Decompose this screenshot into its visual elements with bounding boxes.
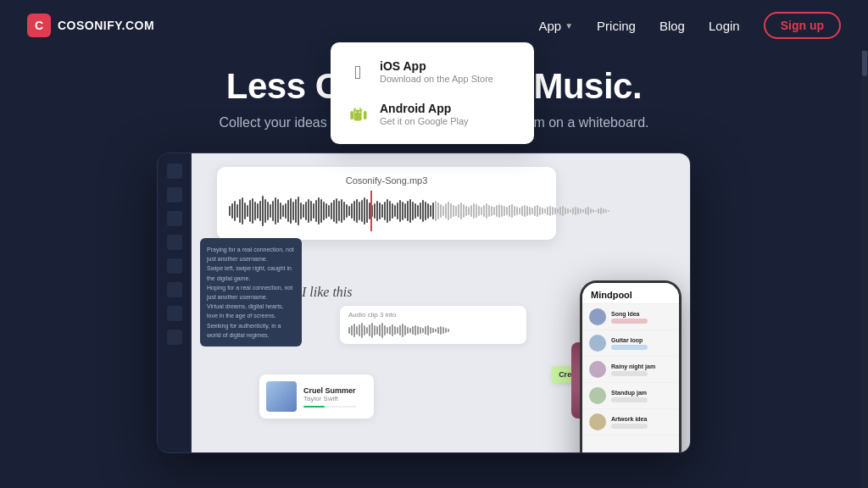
chevron-down-icon: ▼ (565, 21, 573, 30)
handwriting-text: I like this (302, 285, 353, 300)
avatar (589, 308, 606, 325)
blog-nav-item[interactable]: Blog (659, 19, 685, 33)
item-bar (611, 319, 648, 324)
ios-app-item[interactable]:  iOS App Download on the App Store (331, 51, 534, 93)
item-bar (611, 371, 648, 376)
avatar (589, 361, 606, 378)
list-item: Standup jam (582, 383, 679, 409)
logo[interactable]: C COSONIFY.COM (27, 14, 154, 37)
song-title: Cruel Summer (303, 386, 356, 395)
download-dropdown:  iOS App Download on the App Store Andr… (331, 42, 534, 144)
text-note-card: Praying for a real connection, not just … (200, 238, 302, 347)
phone-header: Mindpool (582, 283, 679, 304)
phone-mockup: Mindpool Song Idea Guitar loop (580, 280, 682, 452)
item-text: Artwork idea (611, 416, 672, 429)
music-progress-fill (303, 406, 325, 408)
text-icon (167, 187, 182, 202)
app-preview: Cosonify-Song.mp3 Praying for a real con… (157, 152, 691, 453)
phone-list: Song Idea Guitar loop (582, 304, 679, 452)
ios-text: iOS App Download on the App Store (380, 59, 493, 84)
item-text: Song Idea (611, 311, 672, 324)
app-nav-item[interactable]: App ▼ (538, 19, 573, 33)
item-name: Rainy night jam (611, 363, 672, 369)
list-item: Rainy night jam (582, 357, 679, 383)
ios-app-sub: Download on the App Store (380, 74, 493, 84)
logo-icon: C (27, 14, 51, 37)
music-progress-bar (303, 406, 356, 408)
android-icon (346, 103, 370, 127)
waveform-bars (229, 191, 544, 231)
text-note-content: Praying for a real connection, not just … (207, 245, 295, 340)
avatar (589, 335, 606, 352)
nav-links: App ▼ Pricing Blog Login Sign up (538, 12, 841, 39)
item-name: Guitar loop (611, 337, 672, 343)
shape-icon (167, 211, 182, 226)
android-app-sub: Get it on Google Play (380, 116, 469, 126)
phone-screen: Mindpool Song Idea Guitar loop (582, 283, 679, 452)
music-card: Cruel Summer Taylor Swift (259, 374, 374, 419)
item-bar (611, 424, 648, 429)
pricing-nav-item[interactable]: Pricing (597, 19, 636, 33)
item-bar (611, 397, 648, 402)
audio-clip-2: Audio clip 3 into (340, 306, 526, 344)
audio-clip-label: Audio clip 3 into (348, 311, 518, 319)
mini-waveform (348, 322, 518, 339)
album-art (266, 381, 297, 412)
music-info: Cruel Summer Taylor Swift (303, 386, 356, 408)
svg-point-1 (355, 111, 357, 113)
avatar (589, 413, 606, 430)
android-app-label: Android App (380, 102, 469, 115)
app-nav-label: App (538, 19, 561, 33)
signup-button[interactable]: Sign up (764, 12, 841, 39)
playhead (370, 191, 372, 231)
avatar (589, 387, 606, 404)
login-nav-item[interactable]: Login (709, 19, 740, 33)
item-text: Standup jam (611, 390, 672, 402)
android-app-item[interactable]: Android App Get it on Google Play (331, 93, 534, 136)
image-icon (167, 258, 182, 274)
list-item: Song Idea (582, 304, 679, 330)
zoom-icon (167, 306, 182, 321)
list-item: Artwork idea (582, 409, 679, 435)
phone-app-title: Mindpool (591, 290, 670, 300)
waveform-filename: Cosonify-Song.mp3 (229, 175, 544, 186)
svg-rect-0 (353, 110, 361, 121)
logo-text: COSONIFY.COM (58, 19, 154, 32)
canvas-area: Cosonify-Song.mp3 Praying for a real con… (192, 153, 690, 452)
settings-icon (167, 330, 182, 345)
list-item: Guitar loop (582, 330, 679, 357)
svg-point-2 (359, 111, 360, 113)
waveform-card: Cosonify-Song.mp3 (217, 167, 556, 240)
item-bar (611, 345, 648, 350)
song-artist: Taylor Swift (303, 395, 356, 402)
item-text: Guitar loop (611, 337, 672, 350)
preview-toolbar (158, 153, 192, 452)
android-text: Android App Get it on Google Play (380, 102, 469, 126)
cursor-icon (167, 164, 182, 179)
item-name: Artwork idea (611, 416, 672, 422)
item-name: Song Idea (611, 311, 672, 317)
item-text: Rainy night jam (611, 363, 672, 376)
audio-icon (167, 282, 182, 297)
item-name: Standup jam (611, 390, 672, 396)
ios-app-label: iOS App (380, 59, 493, 73)
apple-icon:  (346, 61, 370, 85)
draw-icon (167, 235, 182, 250)
